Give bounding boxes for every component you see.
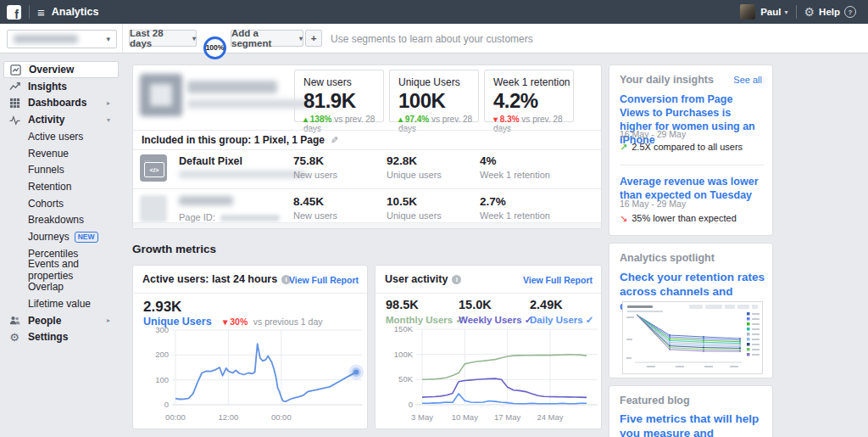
user-name[interactable]: Paul bbox=[760, 7, 781, 17]
insight-stat: ↘35% lower than expected bbox=[620, 213, 737, 224]
filter-toolbar: ▾ Last 28 days▾ 100% Add a segment▾ + Us… bbox=[0, 24, 868, 53]
navbar-divider bbox=[29, 5, 30, 19]
blog-post-link[interactable]: Five metrics that will help you measure … bbox=[620, 412, 765, 437]
info-icon[interactable]: i bbox=[452, 275, 461, 284]
active-users-card: Active users: last 24 hoursi View Full R… bbox=[132, 265, 368, 429]
toolbar-divider bbox=[122, 24, 123, 53]
match-rate-ring[interactable]: 100% bbox=[203, 36, 226, 59]
sidebar-item-label: Breakdowns bbox=[28, 214, 84, 226]
retention-chart-thumbnail[interactable] bbox=[622, 301, 763, 374]
metric-card-new-users: New users81.9K▴ 138% vs prev. 28 days bbox=[294, 70, 384, 122]
new-badge: NEW bbox=[75, 232, 98, 243]
sidebar-item-cohorts[interactable]: Cohorts bbox=[3, 195, 119, 212]
metric-card-week-1-retention: Week 1 retention4.2%▾ 8.3% vs prev. 28 d… bbox=[484, 70, 574, 122]
activity-icon bbox=[8, 114, 20, 126]
sidebar-item-label: Overview bbox=[29, 64, 74, 76]
sidebar-item-funnels[interactable]: Funnels bbox=[3, 161, 119, 178]
edit-pencil-icon[interactable]: ✎ bbox=[331, 135, 338, 146]
entity-group-card: New users81.9K▴ 138% vs prev. 28 daysUni… bbox=[132, 64, 602, 229]
pixel-id-redacted bbox=[179, 171, 306, 178]
add-segment-button[interactable]: Add a segment▾ bbox=[231, 30, 303, 47]
insight-date: 16 May - 29 May bbox=[620, 129, 686, 139]
metric-label: Week 1 retention bbox=[493, 76, 573, 88]
sidebar-item-overlap[interactable]: Overlap bbox=[3, 278, 119, 295]
sidebar-item-dashboards[interactable]: Dashboards▸ bbox=[3, 94, 119, 111]
svg-text:150K: 150K bbox=[394, 324, 414, 333]
blog-title: Featured blog bbox=[620, 395, 690, 406]
user-avatar[interactable] bbox=[740, 4, 755, 20]
svg-text:300: 300 bbox=[155, 325, 169, 334]
group-logo-redacted bbox=[140, 74, 182, 116]
date-range-button[interactable]: Last 28 days▾ bbox=[129, 30, 197, 47]
sidebar-item-retention[interactable]: Retention bbox=[3, 178, 119, 195]
user-activity-card: User activityi View Full Report 98.5KMon… bbox=[375, 265, 602, 429]
sidebar-item-activity[interactable]: Activity▾ bbox=[3, 111, 119, 128]
sidebar-item-overview[interactable]: Overview bbox=[3, 61, 119, 78]
help-question-icon[interactable]: ? bbox=[844, 6, 856, 18]
sidebar-item-active-users[interactable]: Active users bbox=[3, 128, 119, 145]
insights-icon bbox=[8, 81, 20, 92]
new-segment-plus-button[interactable]: + bbox=[305, 30, 322, 47]
card-header: User activityi View Full Report bbox=[376, 266, 601, 294]
settings-gear-icon[interactable]: ⚙ bbox=[804, 6, 815, 18]
sidebar-item-people[interactable]: People▸ bbox=[3, 312, 119, 329]
sidebar-item-label: Journeys bbox=[28, 231, 70, 243]
hamburger-menu-icon[interactable]: ≡ bbox=[37, 6, 45, 19]
row-name: Default Pixel bbox=[179, 155, 242, 167]
settings-icon: ⚙ bbox=[8, 331, 20, 343]
chevron-down-icon: ▾ bbox=[299, 35, 303, 42]
svg-text:100K: 100K bbox=[394, 350, 414, 359]
spotlight-title: Analytics spotlight bbox=[620, 252, 715, 264]
sidebar-item-lifetime-value[interactable]: Lifetime value bbox=[3, 295, 119, 312]
sidebar-item-label: Revenue bbox=[28, 148, 69, 160]
chevron-down-icon: ▾ bbox=[107, 116, 110, 124]
svg-text:12:00: 12:00 bbox=[219, 412, 239, 422]
top-navbar: f ≡ Analytics Paul ▾ ⚙ Help ? bbox=[0, 0, 868, 24]
sidebar-item-journeys[interactable]: JourneysNEW bbox=[3, 228, 119, 245]
segment-hint-text: Use segments to learn about your custome… bbox=[331, 33, 533, 45]
stat-daily-users[interactable]: 2.49KDaily Users ✓ bbox=[530, 298, 593, 326]
chevron-down-icon: ▾ bbox=[192, 35, 196, 42]
metric-card-unique-users: Unique Users100K▴ 97.4% vs prev. 28 days bbox=[389, 70, 479, 122]
row-stat-new-users: 8.45KNew users bbox=[293, 195, 337, 221]
sidebar-item-label: Insights bbox=[28, 81, 67, 92]
insight-date: 16 May - 29 May bbox=[620, 199, 686, 209]
included-in-group-bar: Included in this group: 1 Pixel, 1 Page … bbox=[133, 130, 601, 150]
sidebar-item-breakdowns[interactable]: Breakdowns bbox=[3, 211, 119, 228]
sidebar-item-label: People bbox=[28, 315, 61, 327]
see-all-link[interactable]: See all bbox=[733, 75, 762, 85]
people-icon bbox=[8, 315, 20, 327]
analytics-spotlight-card: Analytics spotlight Check your retention… bbox=[609, 243, 773, 378]
row-stat-week-1-retention: 4%Week 1 retention bbox=[480, 154, 550, 180]
page-name-redacted bbox=[179, 196, 233, 205]
sidebar-item-label: Active users bbox=[28, 131, 83, 143]
view-full-report-link[interactable]: View Full Report bbox=[523, 275, 593, 285]
metric-value: 100K bbox=[398, 89, 478, 113]
sidebar-item-revenue[interactable]: Revenue bbox=[3, 145, 119, 162]
view-full-report-link[interactable]: View Full Report bbox=[289, 275, 359, 285]
metric-value: 81.9K bbox=[303, 89, 383, 113]
sidebar-item-events-and-properties[interactable]: Events and properties bbox=[3, 261, 119, 278]
left-sidebar: OverviewInsightsDashboards▸Activity▾Acti… bbox=[0, 53, 125, 437]
row-stat-new-users: 75.8KNew users bbox=[293, 154, 337, 180]
sidebar-item-settings[interactable]: ⚙Settings bbox=[3, 328, 119, 345]
user-menu-caret-icon: ▾ bbox=[785, 8, 788, 16]
stat-weekly-users[interactable]: 15.0KWeekly Users ✓ bbox=[459, 298, 532, 326]
help-label[interactable]: Help bbox=[819, 7, 840, 17]
featured-blog-card: Featured blog Five metrics that will hel… bbox=[609, 385, 773, 437]
svg-text:100: 100 bbox=[155, 375, 169, 384]
metric-label: New users bbox=[303, 76, 383, 88]
sidebar-item-insights[interactable]: Insights bbox=[3, 78, 119, 95]
page-avatar-redacted bbox=[140, 195, 167, 222]
sidebar-item-label: Lifetime value bbox=[28, 298, 91, 310]
daily-insights-card: Your daily insights See all Conversion f… bbox=[609, 64, 773, 236]
group-card-footer bbox=[133, 222, 601, 228]
app-title: Analytics bbox=[52, 6, 99, 18]
navbar-right: Paul ▾ ⚙ Help ? bbox=[740, 0, 868, 24]
group-row-pixel[interactable]: ...</>Default Pixel75.8KNew users92.8KUn… bbox=[133, 148, 601, 188]
facebook-logo-icon[interactable]: f bbox=[7, 5, 21, 20]
entity-selector-dropdown[interactable]: ▾ bbox=[7, 30, 117, 48]
stat-monthly-users[interactable]: 98.5KMonthly Users ✓ bbox=[386, 298, 464, 326]
svg-text:0: 0 bbox=[164, 400, 169, 409]
growth-metrics-heading: Growth metrics bbox=[132, 243, 216, 255]
